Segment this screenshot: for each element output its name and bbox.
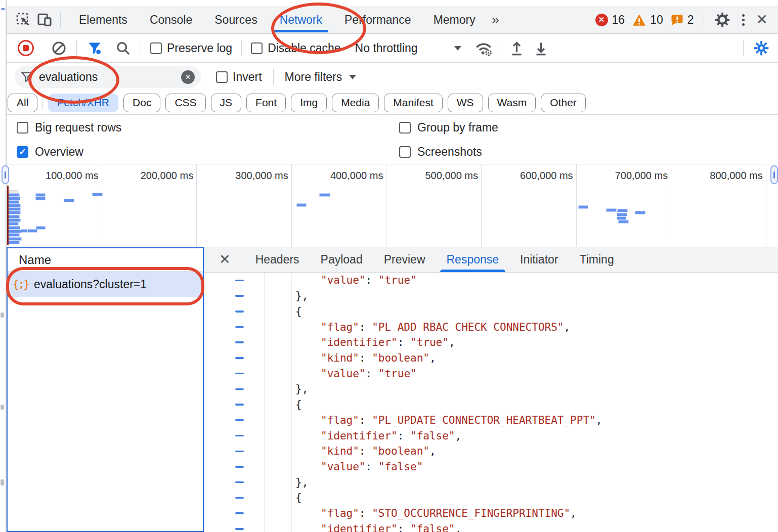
tab-console[interactable]: Console — [139, 6, 203, 33]
response-code-line: "kind": "boolean", — [204, 444, 778, 459]
overview-left-drag-handle[interactable] — [2, 165, 9, 184]
tab-network[interactable]: Network — [269, 6, 333, 33]
detail-tab-headers[interactable]: Headers — [245, 247, 310, 272]
tab-performance[interactable]: Performance — [333, 6, 422, 33]
preserve-log-checkbox[interactable] — [150, 42, 162, 54]
response-code-text: "value": "true" — [321, 368, 417, 380]
issues-badge[interactable]: 2 — [671, 13, 694, 27]
request-row-selected[interactable]: {;} evaluations?cluster=1 — [8, 272, 203, 297]
code-fold-marker-icon[interactable] — [235, 466, 244, 468]
response-code-text: "flag": "PL_ADD_RBAC_CHECK_CONNECTORS", — [321, 321, 570, 333]
type-chip-fetch-xhr[interactable]: Fetch/XHR — [48, 94, 118, 112]
top-spacer — [7, 0, 778, 6]
json-punctuation-token: : — [398, 336, 410, 348]
timeline-request-bar — [7, 211, 21, 214]
response-code-text: "identifier": "false", — [321, 430, 461, 442]
code-fold-marker-icon[interactable] — [235, 497, 244, 499]
network-conditions-icon[interactable] — [473, 39, 494, 57]
toolbar-divider — [501, 40, 501, 56]
device-toolbar-icon[interactable] — [36, 11, 53, 28]
type-chip-img[interactable]: Img — [291, 94, 327, 112]
overview-right-drag-handle[interactable] — [770, 165, 778, 184]
tab-label: Network — [280, 13, 322, 27]
more-tabs-icon[interactable]: » — [492, 12, 499, 28]
console-errors-badge[interactable]: ✕ 16 — [595, 13, 625, 27]
disable-cache-checkbox[interactable] — [251, 42, 263, 54]
code-fold-marker-icon[interactable] — [235, 419, 244, 421]
detail-tab-timing[interactable]: Timing — [569, 247, 625, 272]
big-request-rows-checkbox[interactable] — [17, 122, 28, 134]
json-string-token: "value" — [321, 368, 366, 380]
tab-memory[interactable]: Memory — [422, 6, 487, 33]
export-har-icon[interactable] — [533, 39, 550, 57]
response-body-viewer[interactable]: "value": "true"},{"flag": "PL_ADD_RBAC_C… — [204, 273, 778, 532]
record-network-log-icon[interactable] — [18, 40, 34, 56]
code-fold-marker-icon[interactable] — [235, 404, 244, 406]
group-by-frame-checkbox[interactable] — [399, 122, 411, 134]
type-chip-font[interactable]: Font — [246, 94, 286, 112]
code-fold-marker-icon[interactable] — [235, 280, 244, 282]
tab-label: Sources — [214, 13, 257, 27]
tab-sources[interactable]: Sources — [203, 6, 268, 33]
code-fold-marker-icon[interactable] — [235, 295, 244, 297]
code-fold-marker-icon[interactable] — [235, 311, 244, 313]
code-fold-marker-icon[interactable] — [235, 451, 244, 453]
network-overview-timeline[interactable]: 100,000 ms200,000 ms300,000 ms400,000 ms… — [7, 164, 778, 247]
clear-filter-icon[interactable]: ✕ — [181, 70, 195, 84]
more-filters-button[interactable]: More filters — [285, 70, 342, 84]
code-fold-marker-icon[interactable] — [235, 388, 244, 390]
tab-elements[interactable]: Elements — [68, 6, 139, 33]
overview-checkbox[interactable]: ✓ — [17, 146, 28, 158]
code-fold-marker-icon[interactable] — [235, 512, 244, 514]
filter-icon[interactable] — [86, 39, 103, 57]
code-fold-marker-icon[interactable] — [235, 357, 244, 359]
more-filters-dropdown-arrow-icon[interactable] — [349, 75, 356, 79]
type-chip-doc[interactable]: Doc — [123, 94, 160, 112]
settings-gear-icon[interactable] — [714, 11, 731, 28]
close-devtools-icon[interactable]: ✕ — [756, 13, 768, 27]
type-chip-all[interactable]: All — [8, 94, 37, 112]
timeline-tick-label: 500,000 ms — [425, 170, 478, 182]
import-har-icon[interactable] — [508, 39, 526, 57]
type-chip-media[interactable]: Media — [332, 94, 379, 112]
code-fold-marker-icon[interactable] — [235, 326, 244, 328]
group-by-frame-option[interactable]: Group by frame — [399, 121, 498, 135]
type-chip-wasm[interactable]: Wasm — [488, 94, 536, 112]
clear-network-log-icon[interactable] — [50, 39, 67, 57]
invert-checkbox[interactable] — [216, 71, 228, 83]
overview-option[interactable]: ✓ Overview — [17, 145, 83, 159]
detail-tab-label: Timing — [580, 253, 614, 267]
code-fold-marker-icon[interactable] — [235, 341, 244, 343]
inspect-element-icon[interactable] — [15, 11, 32, 28]
type-chip-manifest[interactable]: Manifest — [384, 94, 442, 112]
selected-tab-underline — [440, 270, 506, 272]
type-chip-css[interactable]: CSS — [165, 94, 205, 112]
big-request-rows-option[interactable]: Big request rows — [17, 121, 121, 135]
console-warnings-badge[interactable]: 10 — [632, 13, 663, 27]
close-detail-icon[interactable]: ✕ — [219, 253, 231, 267]
detail-tab-initiator[interactable]: Initiator — [509, 247, 569, 272]
timeline-tick-label: 400,000 ms — [330, 170, 383, 182]
throttling-dropdown-arrow-icon[interactable] — [454, 46, 461, 51]
timeline-request-bar — [578, 205, 588, 209]
filter-input[interactable]: evaluations ✕ — [15, 66, 201, 88]
search-icon[interactable] — [114, 39, 132, 57]
code-fold-marker-icon[interactable] — [235, 481, 244, 483]
screenshots-option[interactable]: Screenshots — [399, 145, 482, 159]
type-chip-ws[interactable]: WS — [448, 94, 483, 112]
screenshots-checkbox[interactable] — [399, 146, 411, 158]
json-string-token: "identifier" — [321, 523, 398, 532]
throttling-select[interactable]: No throttling — [355, 41, 418, 55]
code-fold-marker-icon[interactable] — [235, 528, 244, 530]
request-list-name-column-header[interactable]: Name — [8, 248, 203, 272]
kebab-menu-icon[interactable] — [739, 14, 749, 26]
response-code-text: "kind": "boolean", — [321, 352, 436, 364]
detail-tab-response[interactable]: Response — [436, 247, 510, 272]
code-fold-marker-icon[interactable] — [235, 435, 244, 437]
type-chip-js[interactable]: JS — [211, 94, 242, 112]
network-settings-gear-icon[interactable] — [753, 39, 770, 57]
type-chip-other[interactable]: Other — [541, 94, 586, 112]
detail-tab-payload[interactable]: Payload — [310, 247, 373, 272]
code-fold-marker-icon[interactable] — [235, 373, 244, 375]
detail-tab-preview[interactable]: Preview — [373, 247, 436, 272]
